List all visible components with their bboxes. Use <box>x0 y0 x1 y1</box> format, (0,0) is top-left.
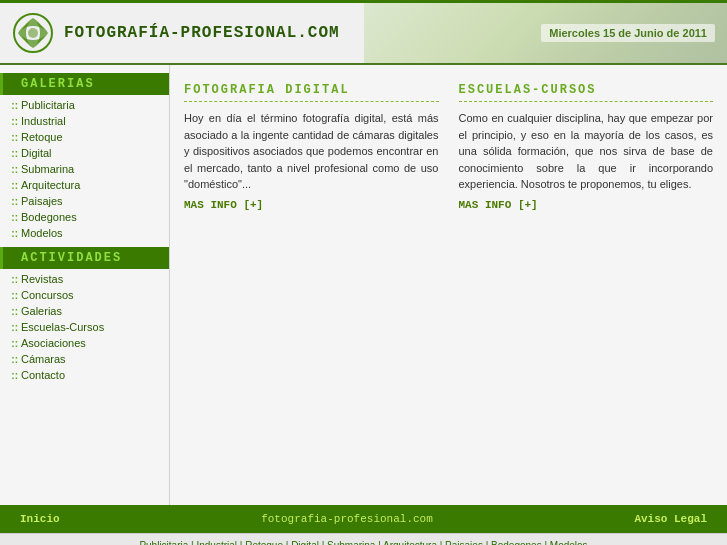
fotografia-digital-mas-info[interactable]: MAS INFO [+] <box>184 199 439 211</box>
bullet-icon: :: <box>0 354 18 365</box>
svg-point-1 <box>28 28 38 38</box>
content-columns: FOTOGRAFIA DIGITAL Hoy en día el término… <box>184 83 713 211</box>
sidebar-item-label: Contacto <box>21 369 65 381</box>
bullet-icon: :: <box>0 274 18 285</box>
date-display: Miercoles 15 de Junio de 2011 <box>541 24 715 42</box>
bullet-icon: :: <box>0 148 18 159</box>
sidebar-item-label: Revistas <box>21 273 63 285</box>
fotografia-digital-body: Hoy en día el término fotografía digital… <box>184 110 439 193</box>
main-container: GALERIAS :: Publicitaria :: Industrial :… <box>0 65 727 505</box>
sidebar-item-label: Industrial <box>21 115 66 127</box>
sidebar-item-label: Publicitaria <box>21 99 75 111</box>
actividades-header: ACTIVIDADES <box>0 247 169 269</box>
sidebar-item-bodegones[interactable]: :: Bodegones <box>0 209 169 225</box>
sidebar-item-concursos[interactable]: :: Concursos <box>0 287 169 303</box>
sidebar-item-industrial[interactable]: :: Industrial <box>0 113 169 129</box>
sidebar-item-label: Modelos <box>21 227 63 239</box>
content-area: FOTOGRAFIA DIGITAL Hoy en día el término… <box>170 65 727 505</box>
galerias-header: GALERIAS <box>0 73 169 95</box>
sidebar-item-galerias[interactable]: :: Galerias <box>0 303 169 319</box>
bullet-icon: :: <box>0 306 18 317</box>
bullet-icon: :: <box>0 370 18 381</box>
sidebar-item-label: Cámaras <box>21 353 66 365</box>
sidebar-item-submarina[interactable]: :: Submarina <box>0 161 169 177</box>
bullet-icon: :: <box>0 132 18 143</box>
fotografia-digital-section: FOTOGRAFIA DIGITAL Hoy en día el término… <box>184 83 439 211</box>
footer-nav-aviso-legal[interactable]: Aviso Legal <box>634 513 707 525</box>
footer-nav-center: fotografia-profesional.com <box>261 513 433 525</box>
bullet-icon: :: <box>0 290 18 301</box>
sidebar-item-camaras[interactable]: :: Cámaras <box>0 351 169 367</box>
sidebar-item-label: Paisajes <box>21 195 63 207</box>
sidebar-item-asociaciones[interactable]: :: Asociaciones <box>0 335 169 351</box>
sidebar-item-paisajes[interactable]: :: Paisajes <box>0 193 169 209</box>
logo-area: FOTOGRAFÍA-PROFESIONAL.COM <box>12 12 340 54</box>
bullet-icon: :: <box>0 212 18 223</box>
escuelas-cursos-body: Como en cualquier disciplina, hay que em… <box>459 110 714 193</box>
sidebar-item-publicitaria[interactable]: :: Publicitaria <box>0 97 169 113</box>
bullet-icon: :: <box>0 196 18 207</box>
sidebar-item-label: Galerias <box>21 305 62 317</box>
bullet-icon: :: <box>0 116 18 127</box>
sidebar: GALERIAS :: Publicitaria :: Industrial :… <box>0 65 170 505</box>
logo-text: FOTOGRAFÍA-PROFESIONAL.COM <box>64 24 340 42</box>
escuelas-cursos-section: ESCUELAS-CURSOS Como en cualquier discip… <box>459 83 714 211</box>
sidebar-item-label: Retoque <box>21 131 63 143</box>
sidebar-item-label: Concursos <box>21 289 74 301</box>
footer-nav: Inicio fotografia-profesional.com Aviso … <box>0 505 727 533</box>
sidebar-item-label: Submarina <box>21 163 74 175</box>
logo-icon <box>12 12 54 54</box>
header: FOTOGRAFÍA-PROFESIONAL.COM Miercoles 15 … <box>0 3 727 65</box>
fotografia-digital-title: FOTOGRAFIA DIGITAL <box>184 83 439 102</box>
bullet-icon: :: <box>0 322 18 333</box>
escuelas-cursos-title: ESCUELAS-CURSOS <box>459 83 714 102</box>
sidebar-item-label: Asociaciones <box>21 337 86 349</box>
sidebar-item-arquitectura[interactable]: :: Arquitectura <box>0 177 169 193</box>
sidebar-item-modelos[interactable]: :: Modelos <box>0 225 169 241</box>
sidebar-item-label: Arquitectura <box>21 179 80 191</box>
sidebar-item-label: Bodegones <box>21 211 77 223</box>
sidebar-item-contacto[interactable]: :: Contacto <box>0 367 169 383</box>
sidebar-item-label: Digital <box>21 147 52 159</box>
escuelas-cursos-mas-info[interactable]: MAS INFO [+] <box>459 199 714 211</box>
footer-nav-inicio[interactable]: Inicio <box>20 513 60 525</box>
sidebar-item-escuelas[interactable]: :: Escuelas-Cursos <box>0 319 169 335</box>
sidebar-item-retoque[interactable]: :: Retoque <box>0 129 169 145</box>
footer-links: Publicitaria | Industrial | Retoque | Di… <box>0 533 727 545</box>
bullet-icon: :: <box>0 180 18 191</box>
sidebar-item-digital[interactable]: :: Digital <box>0 145 169 161</box>
bullet-icon: :: <box>0 164 18 175</box>
bullet-icon: :: <box>0 100 18 111</box>
bullet-icon: :: <box>0 228 18 239</box>
bullet-icon: :: <box>0 338 18 349</box>
footer-links-row1: Publicitaria | Industrial | Retoque | Di… <box>10 540 717 545</box>
sidebar-item-label: Escuelas-Cursos <box>21 321 104 333</box>
footer-link-text-row1[interactable]: Publicitaria | Industrial | Retoque | Di… <box>139 540 587 545</box>
sidebar-item-revistas[interactable]: :: Revistas <box>0 271 169 287</box>
